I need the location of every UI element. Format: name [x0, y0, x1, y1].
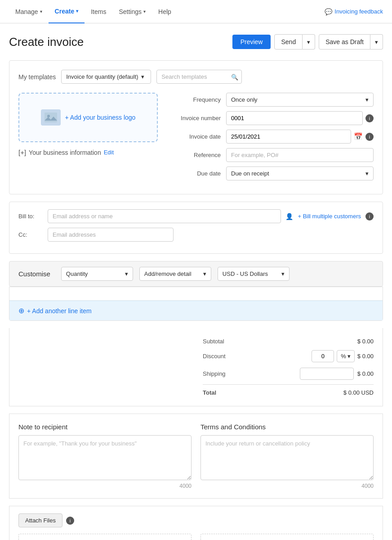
terms-textarea[interactable]	[200, 435, 374, 480]
nav-settings[interactable]: Settings ▾	[112, 0, 152, 23]
templates-label: My templates	[18, 73, 56, 81]
notes-char-count: 4000	[18, 483, 192, 489]
notes-terms-section: Note to recipient 4000 Terms and Conditi…	[9, 414, 383, 499]
nav-help[interactable]: Help	[152, 0, 178, 23]
logo-section: + Add your business logo [+] Your busine…	[18, 93, 158, 185]
bill-to-section: Bill to: 👤 + Bill multiple customers i C…	[9, 202, 383, 254]
svg-rect-0	[45, 112, 57, 122]
shipping-input[interactable]	[300, 368, 354, 380]
reference-row: Reference	[171, 148, 374, 162]
discount-label: Discount	[203, 353, 226, 360]
plus-icon: ⊕	[18, 306, 24, 315]
discount-amount-input[interactable]	[312, 350, 334, 362]
frequency-label: Frequency	[171, 96, 221, 103]
expand-icon: [+]	[18, 148, 26, 156]
frequency-select[interactable]: Once only ▾	[226, 93, 374, 107]
info-icon[interactable]: i	[66, 517, 74, 525]
due-date-select[interactable]: Due on receipt ▾	[226, 166, 374, 180]
invoice-number-wrap: i	[226, 111, 374, 125]
chevron-down-icon: ▾	[347, 353, 351, 360]
discount-type-select[interactable]: % ▾	[337, 350, 355, 362]
notes-col: Note to recipient 4000	[18, 423, 192, 489]
edit-business-info-link[interactable]: Edit	[104, 149, 114, 156]
chevron-down-icon: ▾	[143, 9, 146, 14]
customise-bar: Customise Quantity ▾ Add/remove detail ▾…	[9, 261, 383, 287]
info-icon[interactable]: i	[365, 133, 374, 141]
currency-select[interactable]: USD - US Dollars ▾	[218, 267, 290, 281]
contact-icon: 👤	[285, 213, 293, 220]
search-templates-input[interactable]	[156, 70, 242, 84]
header-actions: Preview Send ▾ Save as Draft ▾	[232, 34, 383, 50]
template-select[interactable]: Invoice for quantity (default) ▾	[61, 70, 151, 84]
send-button[interactable]: Send	[274, 34, 303, 50]
business-info-row: [+] Your business information Edit	[18, 148, 158, 156]
customise-label: Customise	[18, 270, 50, 278]
chevron-down-icon: ▾	[365, 170, 369, 177]
send-button-group: Send ▾	[274, 34, 315, 50]
search-templates-wrap: 🔍	[156, 70, 242, 84]
due-date-label: Due date	[171, 170, 221, 177]
terms-title: Terms and Conditions	[200, 423, 374, 431]
chevron-down-icon: ▾	[281, 270, 285, 277]
nav-items[interactable]: Items	[85, 0, 112, 23]
reference-label: Reference	[171, 152, 221, 158]
totals-table: Subtotal $ 0.00 Discount % ▾ $ 0.00 Ship…	[203, 335, 374, 399]
templates-section: My templates Invoice for quantity (defau…	[9, 60, 383, 194]
attach-files-button-1[interactable]: Attach Files	[18, 513, 62, 527]
chevron-down-icon: ▾	[125, 270, 128, 277]
terms-char-count: 4000	[200, 483, 374, 489]
due-date-row: Due date Due on receipt ▾	[171, 166, 374, 180]
chevron-down-icon: ▾	[76, 9, 78, 14]
bill-to-input[interactable]	[48, 209, 281, 223]
save-draft-button[interactable]: Save as Draft	[319, 34, 370, 50]
file-drop-area-2[interactable]	[200, 534, 374, 540]
file-drop-area-1[interactable]	[18, 534, 192, 540]
preview-button[interactable]: Preview	[232, 35, 271, 49]
info-icon[interactable]: i	[365, 212, 374, 220]
logo-upload-box[interactable]: + Add your business logo	[18, 93, 158, 142]
notes-textarea[interactable]	[18, 435, 192, 480]
nav-manage[interactable]: Manage ▾	[9, 0, 49, 23]
reference-input[interactable]	[226, 148, 374, 162]
attach-row-1: Attach Files i	[18, 513, 374, 527]
chevron-down-icon: ▾	[141, 73, 144, 80]
info-icon[interactable]: i	[365, 114, 374, 122]
invoice-fields: Frequency Once only ▾ Invoice number i	[171, 93, 374, 185]
page-title: Create invoice	[9, 35, 84, 49]
bill-multiple-customers-link[interactable]: + Bill multiple customers	[298, 213, 361, 220]
line-items-content	[9, 287, 383, 301]
frequency-row: Frequency Once only ▾	[171, 93, 374, 107]
main-content: Create invoice Preview Send ▾ Save as Dr…	[0, 23, 392, 540]
subtotal-label: Subtotal	[203, 338, 224, 345]
templates-row: My templates Invoice for quantity (defau…	[18, 70, 374, 84]
business-info-label: Your business information	[29, 149, 101, 156]
total-row: Total $ 0.00 USD	[203, 384, 374, 399]
invoicing-feedback-link[interactable]: 💬 Invoicing feedback	[325, 8, 383, 15]
chevron-down-icon: ▾	[40, 9, 42, 14]
shipping-row: Shipping $ 0.00	[203, 365, 374, 382]
page-header: Create invoice Preview Send ▾ Save as Dr…	[9, 34, 383, 50]
invoice-date-input[interactable]	[226, 130, 351, 144]
discount-inputs: % ▾ $ 0.00	[312, 350, 374, 362]
shipping-value: $ 0.00	[357, 370, 374, 377]
send-dropdown-button[interactable]: ▾	[303, 34, 315, 50]
subtotal-value: $ 0.00	[357, 338, 374, 345]
chevron-down-icon: ▾	[365, 96, 369, 103]
quantity-select[interactable]: Quantity ▾	[61, 267, 133, 281]
total-value: $ 0.00 USD	[343, 389, 374, 396]
cc-input[interactable]	[48, 228, 174, 242]
invoice-number-input[interactable]	[226, 111, 363, 125]
add-line-item-button[interactable]: ⊕ + Add another line item	[9, 301, 383, 320]
add-remove-detail-select[interactable]: Add/remove detail ▾	[139, 267, 211, 281]
line-items-area: ⊕ + Add another line item	[9, 287, 383, 321]
totals-section: Subtotal $ 0.00 Discount % ▾ $ 0.00 Ship…	[9, 328, 383, 406]
nav-create[interactable]: Create ▾	[49, 0, 85, 23]
calendar-icon[interactable]: 📅	[354, 132, 363, 141]
invoice-date-label: Invoice date	[171, 133, 221, 140]
invoice-number-label: Invoice number	[171, 115, 221, 122]
subtotal-row: Subtotal $ 0.00	[203, 335, 374, 347]
notes-title: Note to recipient	[18, 423, 192, 431]
draft-dropdown-button[interactable]: ▾	[370, 34, 383, 50]
bill-to-row: Bill to: 👤 + Bill multiple customers i	[18, 209, 374, 223]
image-icon	[41, 109, 61, 126]
